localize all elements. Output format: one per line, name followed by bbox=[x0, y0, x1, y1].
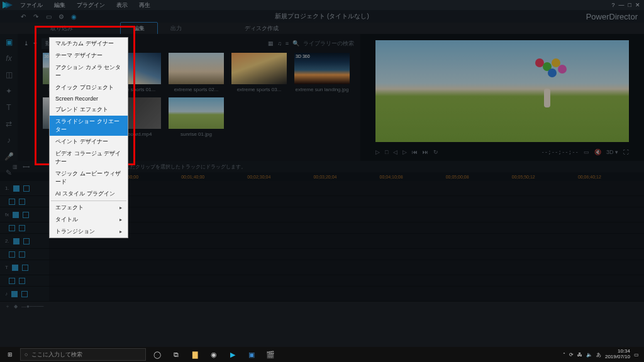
menu-item[interactable]: ペイント デザイナー bbox=[50, 136, 128, 148]
search-input[interactable]: ライブラリーの検索 bbox=[303, 40, 354, 48]
menu-item[interactable]: クイック プロジェクト bbox=[50, 82, 128, 94]
timeline-track[interactable]: ♪ bbox=[0, 287, 644, 302]
track-lock[interactable] bbox=[19, 199, 25, 205]
pip-room-icon[interactable]: ◫ bbox=[4, 70, 14, 79]
timeline-track[interactable]: T bbox=[0, 260, 644, 275]
audio-room-icon[interactable]: ♪ bbox=[4, 136, 14, 145]
track-lock[interactable] bbox=[19, 278, 25, 284]
menu-plugin[interactable]: プラグイン bbox=[72, 0, 110, 11]
snapshot-button[interactable]: ▭ bbox=[584, 149, 589, 155]
help-button[interactable]: ? bbox=[612, 2, 615, 8]
stop-button[interactable]: □ bbox=[385, 149, 388, 155]
import-icon[interactable]: ⤓ bbox=[24, 40, 29, 47]
explorer-icon[interactable]: ▇ bbox=[186, 347, 204, 362]
menu-item[interactable]: マジック ムービー ウィザード bbox=[50, 168, 128, 188]
tray-ime[interactable]: あ bbox=[596, 351, 601, 358]
track-toggle[interactable] bbox=[9, 278, 15, 284]
track-lock[interactable] bbox=[19, 251, 25, 258]
tray-up-icon[interactable]: ˄ bbox=[563, 352, 565, 358]
fx-room-icon[interactable]: fx bbox=[4, 54, 14, 63]
media-thumb[interactable]: extreme sports 02... bbox=[169, 53, 224, 92]
tab-capture[interactable]: 取り込み bbox=[38, 23, 86, 35]
track-manager-icon[interactable]: ▥ bbox=[13, 164, 18, 170]
taskbar-search[interactable]: ○ ここに入力して検索 bbox=[20, 348, 146, 361]
add-track-icon[interactable]: ＋ bbox=[5, 303, 10, 310]
tray-net-icon[interactable]: 🖧 bbox=[577, 352, 582, 358]
particle-room-icon[interactable]: ✦ bbox=[4, 87, 14, 96]
track-lock[interactable] bbox=[19, 225, 25, 231]
track-toggle[interactable] bbox=[13, 185, 19, 192]
title-room-icon[interactable]: T bbox=[4, 103, 14, 112]
menu-item[interactable]: ビデオ コラージュ デザイナー bbox=[50, 148, 128, 168]
cortana-icon[interactable]: ◯ bbox=[148, 347, 166, 362]
tab-disc[interactable]: ディスク作成 bbox=[232, 23, 291, 35]
track-lock[interactable] bbox=[23, 185, 30, 192]
track-toggle[interactable] bbox=[13, 238, 19, 244]
skip-back-button[interactable]: ⏮ bbox=[412, 149, 418, 155]
menu-item[interactable]: エフェクト bbox=[50, 202, 128, 214]
close-button[interactable]: ✕ bbox=[635, 2, 640, 8]
menu-item[interactable]: トランジション bbox=[50, 226, 128, 238]
tray-clock[interactable]: 10:34 2019/07/10 bbox=[605, 349, 630, 360]
media-thumb[interactable]: sunrise 01.jpg bbox=[169, 97, 224, 137]
menu-item[interactable]: ブレンド エフェクト bbox=[50, 104, 128, 116]
menu-file[interactable]: ファイル bbox=[15, 0, 48, 11]
loop-button[interactable]: ↻ bbox=[433, 149, 438, 155]
fullscreen-button[interactable]: ⛶ bbox=[623, 149, 629, 155]
menu-item[interactable]: テーマ デザイナー bbox=[50, 50, 128, 62]
play-button[interactable]: ▷ bbox=[375, 149, 380, 155]
view-list-icon[interactable]: ≡ bbox=[286, 40, 289, 47]
tray-notif-icon[interactable]: ▭ bbox=[634, 352, 639, 358]
min-button[interactable]: — bbox=[619, 2, 625, 8]
search-icon[interactable]: 🔍 bbox=[292, 40, 299, 47]
fit-icon[interactable]: ⟷ bbox=[23, 164, 30, 170]
taskview-icon[interactable]: ⧉ bbox=[167, 347, 185, 362]
track-lock[interactable] bbox=[23, 238, 30, 244]
menu-item[interactable]: マルチカム デザイナー bbox=[50, 38, 128, 50]
track-toggle[interactable] bbox=[13, 212, 19, 218]
chrome-icon[interactable]: ◉ bbox=[205, 347, 223, 362]
track-toggle[interactable] bbox=[9, 225, 15, 231]
powerdirector-icon[interactable]: ▶ bbox=[224, 347, 242, 362]
menu-item[interactable]: スライドショー クリエーター bbox=[50, 116, 128, 136]
aspect-icon[interactable]: ▭ bbox=[44, 12, 53, 21]
tab-edit[interactable]: 編集 bbox=[120, 22, 158, 35]
gear-icon[interactable]: ⚙ bbox=[57, 12, 65, 21]
chapter-room-icon[interactable]: ✎ bbox=[4, 168, 14, 177]
3d-button[interactable]: 3D ▾ bbox=[606, 149, 618, 155]
menu-item[interactable]: AI スタイル プラグイン bbox=[50, 188, 128, 200]
media-thumb[interactable]: 3D 360extreme sun landing.jpg bbox=[294, 53, 350, 92]
track-toggle[interactable] bbox=[9, 251, 15, 258]
voice-room-icon[interactable]: 🎤 bbox=[4, 152, 14, 161]
mute-button[interactable]: 🔇 bbox=[594, 149, 601, 155]
tray-sync-icon[interactable]: ⟳ bbox=[569, 352, 574, 358]
preview-canvas[interactable] bbox=[375, 40, 629, 142]
menu-edit[interactable]: 編集 bbox=[49, 0, 70, 11]
track-lock[interactable] bbox=[21, 291, 28, 297]
tab-output[interactable]: 出力 bbox=[158, 23, 194, 35]
prev-frame-button[interactable]: ◁ bbox=[393, 149, 397, 155]
menu-view[interactable]: 表示 bbox=[111, 0, 133, 11]
media-room-icon[interactable]: ▣ bbox=[4, 38, 14, 47]
zoom-slider[interactable]: —●──── bbox=[21, 304, 44, 309]
marker-icon[interactable]: ◆ bbox=[14, 304, 18, 309]
skip-fwd-button[interactable]: ⏭ bbox=[423, 149, 428, 155]
menu-play[interactable]: 再生 bbox=[134, 0, 155, 11]
track-toggle[interactable] bbox=[11, 291, 18, 297]
undo-icon[interactable]: ↶ bbox=[19, 12, 28, 21]
menu-item[interactable]: Screen Recorder bbox=[50, 94, 128, 104]
start-button[interactable]: ⊞ bbox=[0, 351, 20, 358]
menu-item[interactable]: アクション カメラ センター bbox=[50, 62, 128, 82]
track-toggle[interactable] bbox=[9, 199, 15, 205]
transition-room-icon[interactable]: ⇄ bbox=[4, 119, 14, 128]
menu-item[interactable]: タイトル bbox=[50, 214, 128, 226]
next-frame-button[interactable]: ▷ bbox=[402, 149, 407, 155]
cloud-icon[interactable]: ◉ bbox=[69, 12, 78, 21]
view-grid-icon[interactable]: ▦ bbox=[268, 40, 274, 47]
timeline-track[interactable] bbox=[0, 249, 644, 260]
redo-icon[interactable]: ↷ bbox=[31, 12, 40, 21]
track-lock[interactable] bbox=[22, 265, 28, 271]
view-music-icon[interactable]: ♫ bbox=[277, 40, 282, 47]
movies-icon[interactable]: 🎬 bbox=[262, 347, 279, 362]
plugins-icon[interactable]: ✦ bbox=[33, 40, 38, 47]
